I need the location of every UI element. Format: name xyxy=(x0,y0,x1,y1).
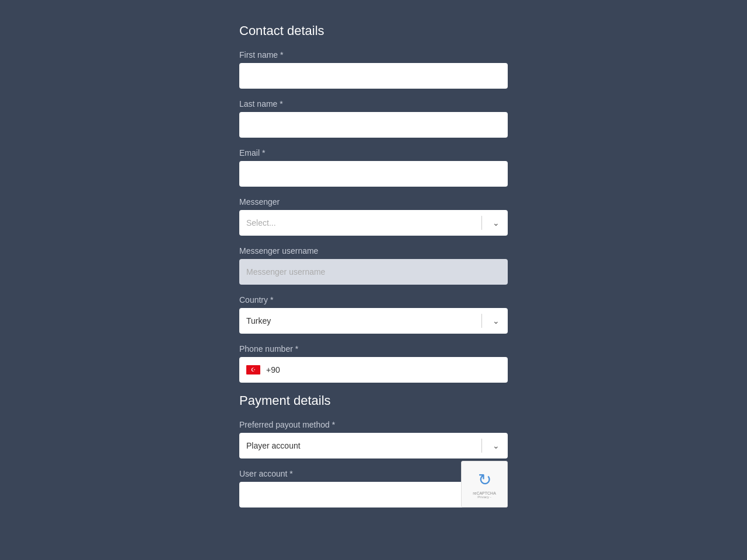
messenger-username-group: Messenger username xyxy=(239,246,508,285)
user-account-group: User account * ↻ reCAPTCHA Privacy - xyxy=(239,469,508,508)
payout-select-divider xyxy=(481,439,482,453)
select-divider xyxy=(481,216,482,230)
messenger-username-input[interactable] xyxy=(239,259,508,285)
recaptcha-widget: ↻ reCAPTCHA Privacy - xyxy=(461,461,508,508)
recaptcha-icon: ↻ xyxy=(478,470,491,489)
turkey-flag-icon xyxy=(246,365,260,374)
user-account-wrapper: ↻ reCAPTCHA Privacy - xyxy=(239,482,508,508)
last-name-input[interactable] xyxy=(239,112,508,138)
email-group: Email * xyxy=(239,148,508,187)
payment-details-title: Payment details xyxy=(239,393,508,408)
email-label: Email * xyxy=(239,148,508,158)
payout-method-select[interactable]: Player account Bank transfer Cryptocurre… xyxy=(239,433,508,459)
messenger-label: Messenger xyxy=(239,197,508,206)
messenger-username-label: Messenger username xyxy=(239,246,508,256)
messenger-select[interactable]: Select... WhatsApp Telegram Skype Viber xyxy=(239,210,508,236)
payout-method-label: Preferred payout method * xyxy=(239,420,508,429)
payout-select-wrapper: Player account Bank transfer Cryptocurre… xyxy=(239,433,508,459)
country-label: Country * xyxy=(239,295,508,304)
last-name-label: Last name * xyxy=(239,99,508,108)
payout-method-group: Preferred payout method * Player account… xyxy=(239,420,508,459)
phone-input-wrapper xyxy=(239,357,508,383)
email-input[interactable] xyxy=(239,161,508,187)
messenger-group: Messenger Select... WhatsApp Telegram Sk… xyxy=(239,197,508,236)
form-container: Contact details First name * Last name *… xyxy=(228,18,519,542)
country-select-divider xyxy=(481,314,482,328)
payment-details-section: Payment details Preferred payout method … xyxy=(239,393,508,508)
first-name-label: First name * xyxy=(239,50,508,60)
first-name-group: First name * xyxy=(239,50,508,89)
country-group: Country * Turkey United States Germany F… xyxy=(239,295,508,334)
contact-details-title: Contact details xyxy=(239,23,508,38)
recaptcha-label: reCAPTCHA xyxy=(473,491,496,495)
phone-number-input[interactable] xyxy=(266,365,501,374)
first-name-input[interactable] xyxy=(239,63,508,89)
last-name-group: Last name * xyxy=(239,99,508,138)
phone-number-group: Phone number * xyxy=(239,344,508,383)
country-select-wrapper: Turkey United States Germany France Spai… xyxy=(239,308,508,334)
phone-number-label: Phone number * xyxy=(239,344,508,354)
messenger-select-wrapper: Select... WhatsApp Telegram Skype Viber … xyxy=(239,210,508,236)
country-select[interactable]: Turkey United States Germany France Spai… xyxy=(239,308,508,334)
recaptcha-privacy: Privacy - xyxy=(477,495,491,499)
